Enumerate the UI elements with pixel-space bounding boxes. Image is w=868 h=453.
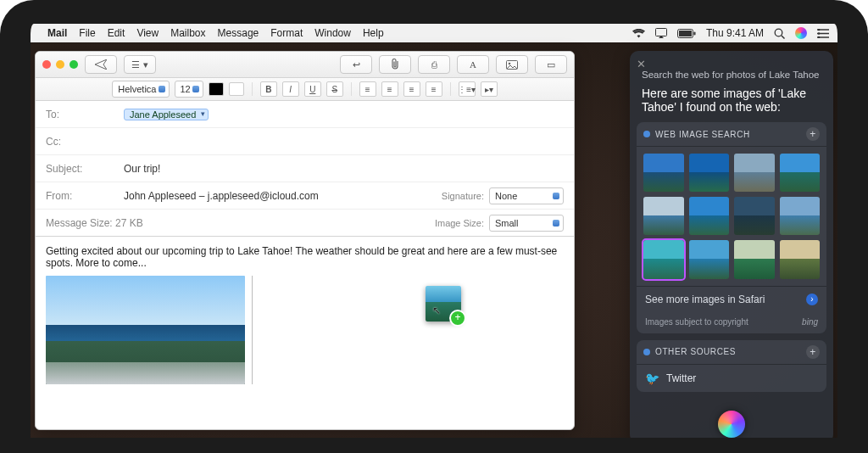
body-text: Getting excited about our upcoming trip …	[46, 245, 564, 269]
image-result-thumbnail[interactable]	[689, 154, 730, 192]
attached-image[interactable]	[46, 276, 245, 384]
other-source-row[interactable]: 🐦 Twitter	[637, 365, 826, 392]
menu-file[interactable]: File	[79, 27, 95, 39]
menubar: Mail File Edit View Mailbox Message Form…	[31, 24, 837, 42]
to-label: To:	[46, 109, 124, 120]
cursor-icon: ↖	[432, 305, 441, 316]
image-result-thumbnail[interactable]	[734, 240, 775, 278]
list-button[interactable]: ⋮≡▾	[459, 81, 476, 97]
image-result-thumbnail[interactable]	[780, 197, 821, 235]
from-field-row: From: John Appleseed – j.appleseed@iclou…	[36, 182, 574, 209]
align-right-button[interactable]: ≡	[403, 81, 420, 97]
provider-label: bing	[802, 317, 818, 327]
bold-button[interactable]: B	[260, 81, 277, 97]
other-section-header: OTHER SOURCES +	[637, 340, 826, 365]
image-result-thumbnail[interactable]	[689, 197, 730, 235]
image-grid	[637, 147, 826, 286]
strikethrough-button[interactable]: S	[326, 81, 343, 97]
align-center-button[interactable]: ≡	[381, 81, 398, 97]
menubar-clock[interactable]: Thu 9:41 AM	[706, 27, 764, 39]
message-body[interactable]: Getting excited about our upcoming trip …	[36, 237, 574, 429]
message-size-row: Message Size: 27 KB Image Size: Small	[36, 209, 574, 236]
background-color-picker[interactable]	[229, 82, 244, 96]
battery-icon[interactable]	[677, 29, 696, 38]
font-family-select[interactable]: Helvetica	[112, 81, 169, 98]
window-controls	[42, 60, 78, 69]
font-size-select[interactable]: 12	[175, 81, 203, 98]
indent-button[interactable]: ▸▾	[481, 81, 498, 97]
close-button[interactable]	[42, 60, 51, 69]
laptop-frame: Mail File Edit View Mailbox Message Form…	[0, 0, 868, 453]
section-indicator-icon	[643, 131, 650, 137]
wifi-icon[interactable]	[632, 29, 645, 38]
menu-message[interactable]: Message	[218, 27, 259, 39]
photo-browser-button[interactable]	[496, 55, 528, 74]
underline-button[interactable]: U	[304, 81, 321, 97]
svg-point-10	[818, 32, 821, 35]
format-bar: Helvetica 12 B I U S ≡ ≡ ≡ ≡ ⋮≡▾ ▸▾	[36, 78, 574, 101]
copyright-text: Images subject to copyright	[645, 317, 748, 327]
airplay-icon[interactable]	[655, 28, 667, 38]
siri-orb-icon[interactable]	[718, 411, 745, 438]
format-button[interactable]: A	[457, 55, 489, 74]
insertion-caret	[252, 276, 253, 384]
image-result-thumbnail[interactable]	[734, 197, 775, 235]
menu-mailbox[interactable]: Mailbox	[170, 27, 205, 39]
image-result-thumbnail[interactable]	[643, 240, 684, 278]
pin-result-button[interactable]: +	[806, 127, 820, 141]
image-result-thumbnail[interactable]	[734, 154, 775, 192]
to-recipient-token[interactable]: Jane Appleseed	[124, 109, 209, 120]
web-image-section: WEB IMAGE SEARCH + See more images in Sa…	[637, 122, 826, 333]
image-size-select[interactable]: Small	[489, 215, 564, 232]
mail-compose-window: ☰ ▾ ↩ ⎙ A ▭ Helvetica 12 B I U S ≡ ≡	[35, 51, 575, 430]
menu-format[interactable]: Format	[270, 27, 303, 39]
menu-help[interactable]: Help	[363, 27, 384, 39]
markup-button[interactable]: ▭	[535, 55, 567, 74]
cc-field-row[interactable]: Cc:	[36, 127, 574, 154]
svg-point-9	[818, 29, 821, 31]
from-value[interactable]: John Appleseed – j.appleseed@icloud.com	[124, 190, 319, 202]
to-field-row[interactable]: To: Jane Appleseed	[36, 101, 574, 127]
pin-result-button[interactable]: +	[806, 345, 820, 359]
subject-label: Subject:	[46, 163, 124, 175]
cc-label: Cc:	[46, 136, 124, 148]
notification-center-icon[interactable]	[817, 29, 829, 38]
minimize-button[interactable]	[56, 60, 64, 69]
from-label: From:	[46, 190, 124, 202]
image-result-thumbnail[interactable]	[780, 240, 821, 278]
menu-view[interactable]: View	[136, 27, 159, 39]
copyright-row: Images subject to copyright bing	[637, 312, 826, 333]
see-more-label: See more images in Safari	[645, 294, 765, 305]
image-result-thumbnail[interactable]	[643, 197, 684, 235]
subject-field-row[interactable]: Subject: Our trip!	[36, 154, 574, 182]
close-icon[interactable]: ✕	[637, 58, 646, 70]
see-more-row[interactable]: See more images in Safari ›	[637, 286, 826, 312]
text-color-picker[interactable]	[209, 82, 224, 96]
attach-button[interactable]	[379, 55, 411, 74]
dragged-image-thumbnail[interactable]: ↖ +	[426, 286, 461, 322]
image-result-thumbnail[interactable]	[689, 240, 730, 278]
svg-line-5	[782, 36, 785, 39]
siri-icon[interactable]	[795, 27, 807, 39]
subject-value: Our trip!	[124, 163, 160, 175]
svg-rect-2	[679, 31, 692, 36]
reply-button[interactable]: ↩	[340, 55, 372, 74]
svg-point-4	[775, 29, 782, 36]
zoom-button[interactable]	[70, 60, 78, 69]
section-title: WEB IMAGE SEARCH	[655, 130, 750, 139]
italic-button[interactable]: I	[282, 81, 299, 97]
image-result-thumbnail[interactable]	[780, 154, 821, 192]
menu-edit[interactable]: Edit	[108, 27, 125, 39]
align-justify-button[interactable]: ≡	[426, 81, 442, 97]
header-fields-button[interactable]: ☰ ▾	[124, 55, 156, 74]
menu-window[interactable]: Window	[314, 27, 351, 39]
signature-select[interactable]: None	[489, 187, 564, 204]
include-original-button[interactable]: ⎙	[418, 55, 450, 74]
image-result-thumbnail[interactable]	[643, 154, 684, 192]
menu-mail[interactable]: Mail	[47, 27, 67, 39]
siri-heading: Here are some images of 'Lake Tahoe' I f…	[630, 83, 833, 122]
mail-titlebar: ☰ ▾ ↩ ⎙ A ▭	[36, 52, 574, 78]
send-button[interactable]	[85, 55, 117, 74]
spotlight-icon[interactable]	[774, 28, 785, 39]
align-left-button[interactable]: ≡	[359, 81, 376, 97]
